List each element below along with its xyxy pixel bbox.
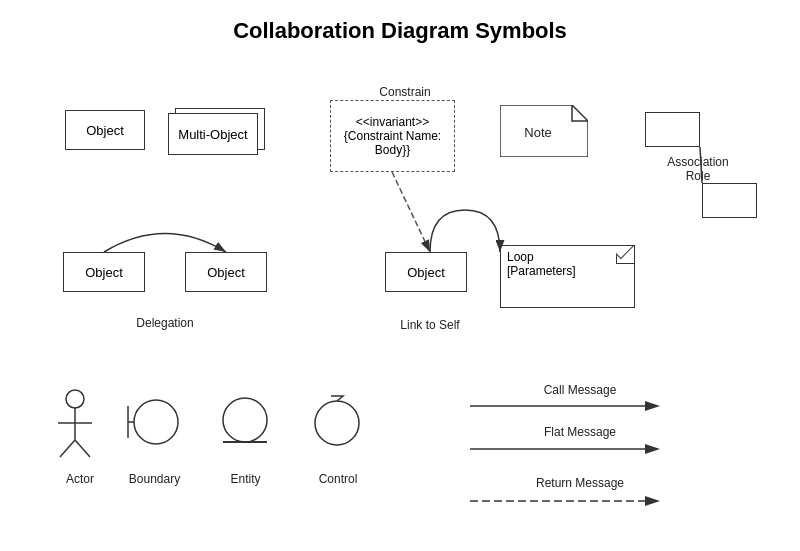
object-box-1: Object	[65, 110, 145, 150]
svg-point-0	[66, 390, 84, 408]
object-box-left: Object	[63, 252, 145, 292]
svg-marker-14	[645, 444, 660, 454]
assoc-role-box1	[645, 112, 700, 147]
multi-object-front: Multi-Object	[168, 113, 258, 155]
call-message-arrow	[470, 397, 660, 415]
svg-line-4	[75, 440, 90, 457]
return-message-arrow	[470, 492, 660, 510]
loop-box: Loop[Parameters]	[500, 245, 635, 308]
svg-marker-16	[645, 496, 660, 506]
canvas: Collaboration Diagram Symbols Object Mul…	[0, 0, 800, 551]
svg-line-3	[60, 440, 75, 457]
control-label: Control	[308, 472, 368, 486]
control-symbol	[305, 390, 370, 455]
svg-text:Note: Note	[524, 125, 551, 140]
object-box-right: Object	[185, 252, 267, 292]
actor-symbol	[48, 385, 103, 475]
object-self-box: Object	[385, 252, 467, 292]
constraint-box: <<invariant>>{Constraint Name:Body}}	[330, 100, 455, 172]
call-message-label: Call Message	[510, 383, 650, 397]
note-symbol: Note	[500, 105, 588, 157]
link-to-self-label: Link to Self	[380, 318, 480, 332]
page-title: Collaboration Diagram Symbols	[0, 18, 800, 44]
return-message-label: Return Message	[510, 476, 650, 490]
delegation-label: Delegation	[105, 316, 225, 330]
constrain-label: Constrain	[345, 85, 465, 99]
boundary-symbol	[120, 390, 185, 455]
svg-point-10	[315, 401, 359, 445]
svg-line-18	[392, 172, 430, 252]
svg-marker-12	[645, 401, 660, 411]
boundary-label: Boundary	[122, 472, 187, 486]
svg-point-5	[134, 400, 178, 444]
entity-symbol	[215, 390, 275, 455]
svg-point-8	[223, 398, 267, 442]
assoc-role-box2	[702, 183, 757, 218]
flat-message-label: Flat Message	[510, 425, 650, 439]
flat-message-arrow	[470, 440, 660, 458]
entity-label: Entity	[218, 472, 273, 486]
actor-label: Actor	[60, 472, 100, 486]
assoc-role-label: AssociationRole	[648, 155, 748, 183]
